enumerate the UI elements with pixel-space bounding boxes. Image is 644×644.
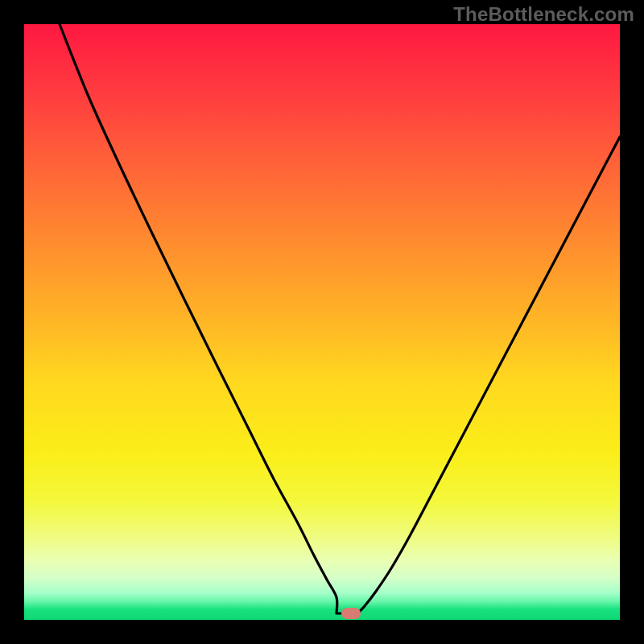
curve-svg: [24, 24, 620, 620]
plot-area: [24, 24, 620, 620]
chart-frame: TheBottleneck.com: [0, 0, 644, 644]
optimum-marker: [341, 608, 361, 619]
bottleneck-curve: [60, 24, 620, 613]
watermark-text: TheBottleneck.com: [453, 3, 634, 26]
